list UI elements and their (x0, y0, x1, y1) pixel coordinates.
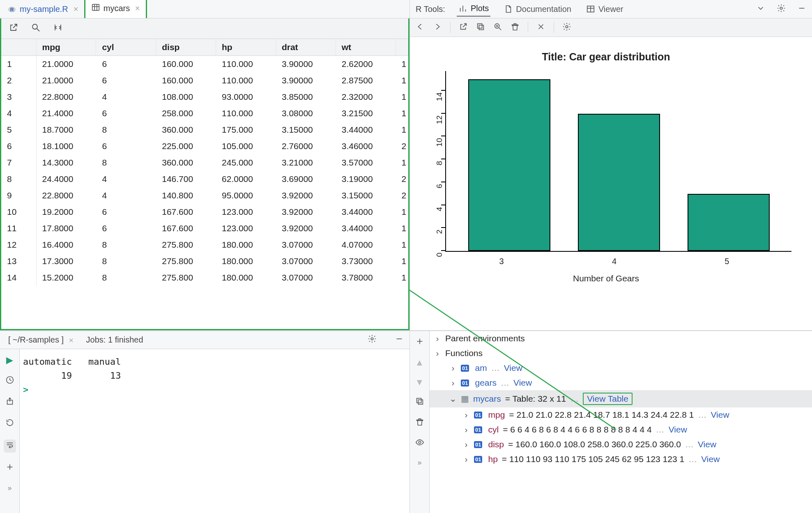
close-icon[interactable]: ✕ (73, 5, 78, 13)
popout-icon[interactable] (9, 23, 18, 35)
zoom-icon[interactable] (493, 22, 502, 33)
close-icon[interactable] (536, 22, 545, 33)
table-row[interactable]: 922.80004140.80095.00003.920003.150002 (1, 187, 408, 204)
column-header[interactable]: cyl (96, 39, 156, 56)
cell: 8 (96, 154, 156, 171)
forward-icon[interactable] (433, 22, 442, 33)
trash-icon[interactable] (511, 22, 520, 33)
env-functions[interactable]: ›Functions (430, 346, 812, 361)
cell: 3.07000 (276, 253, 336, 269)
table-row[interactable]: 1415.20008275.800180.0003.070003.780001 (1, 269, 408, 286)
row-index: 4 (1, 105, 36, 122)
play-icon[interactable]: ▶ (6, 355, 13, 366)
gear-icon[interactable] (562, 22, 571, 33)
table-icon (586, 5, 595, 14)
chevron-down-icon[interactable] (756, 4, 765, 15)
table-row[interactable]: 221.00006160.000110.0003.900002.875001 (1, 72, 408, 89)
cell: 21.0000 (36, 56, 96, 73)
plot-area: Title: Car gear distribution 02468101214… (410, 37, 812, 330)
document-icon (504, 5, 513, 14)
pagination-icon[interactable] (53, 23, 63, 35)
more-icon[interactable]: » (7, 484, 12, 492)
data-grid[interactable]: mpgcyldisphpdratwt121.00006160.000110.00… (1, 39, 408, 329)
cell: 110.000 (216, 72, 276, 89)
cell: 95.0000 (216, 187, 276, 204)
y-tick-label: 12 (435, 115, 444, 124)
column-header[interactable] (1, 39, 36, 56)
restart-icon[interactable] (5, 418, 14, 430)
table-row[interactable]: 1019.20006167.600123.0003.920003.440001 (1, 204, 408, 220)
cell: 140.800 (156, 187, 216, 204)
column-header[interactable]: drat (276, 39, 336, 56)
table-row[interactable]: 121.00006160.000110.0003.900002.620001 (1, 56, 408, 73)
env-var-am[interactable]: ›01am … View (430, 361, 812, 375)
tab-my-sample[interactable]: R my-sample.R ✕ (2, 1, 84, 18)
tab-documentation[interactable]: Documentation (502, 2, 573, 16)
tab-jobs[interactable]: Jobs: 1 finished (86, 335, 143, 345)
cell: 19.2000 (36, 204, 96, 220)
plots-toolbar (410, 18, 812, 37)
cell: 3.19000 (336, 171, 396, 187)
table-row[interactable]: 618.10006225.000105.0002.760003.460002 (1, 138, 408, 154)
popout-icon[interactable] (459, 22, 468, 33)
environment-panel[interactable]: ›Parent environments›Functions›01am … Vi… (430, 331, 812, 513)
table-row[interactable]: 714.30008360.000245.0003.210003.570001 (1, 154, 408, 171)
env-var-gears[interactable]: ›01gears … View (430, 375, 812, 390)
env-col-hp[interactable]: ›01hp = 110 110 93 110 175 105 245 62 95… (430, 452, 812, 467)
search-icon[interactable] (31, 23, 41, 35)
tab-plots[interactable]: Plots (457, 1, 490, 17)
column-header[interactable]: wt (336, 39, 396, 56)
copy-icon[interactable] (476, 22, 485, 33)
y-tick-label: 4 (435, 207, 444, 212)
console-gutter: ▶ » (0, 349, 20, 513)
cell: 62.0000 (216, 171, 276, 187)
minimize-icon[interactable] (395, 334, 404, 345)
table-row[interactable]: 1117.80006167.600123.0003.920003.440001 (1, 220, 408, 237)
column-header[interactable]: hp (216, 39, 276, 56)
back-icon[interactable] (416, 22, 425, 33)
table-row[interactable]: 421.40006258.000110.0003.080003.215001 (1, 105, 408, 122)
minimize-icon[interactable] (797, 4, 806, 15)
row-index: 3 (1, 89, 36, 105)
cell: 3.73000 (336, 253, 396, 269)
tab-mycars[interactable]: mycars ✕ (84, 0, 147, 18)
table-row[interactable]: 322.80004108.00093.00003.850002.320001 (1, 89, 408, 105)
plus-icon[interactable] (415, 337, 424, 348)
bar-chart (445, 71, 791, 252)
table-row[interactable]: 824.40004146.70062.00003.690003.190002 (1, 171, 408, 187)
column-header[interactable] (396, 39, 408, 56)
close-icon[interactable]: ✕ (135, 5, 140, 12)
export-icon[interactable] (5, 397, 14, 408)
gear-icon[interactable] (777, 4, 786, 15)
r-file-icon: R (7, 5, 16, 14)
close-icon[interactable]: ✕ (69, 337, 74, 344)
svg-rect-39 (416, 398, 421, 403)
eye-icon[interactable] (415, 438, 424, 449)
env-col-mpg[interactable]: ›01mpg = 21.0 21.0 22.8 21.4 18.7 18.1 1… (430, 407, 812, 422)
history-icon[interactable] (5, 375, 14, 387)
copy-icon[interactable] (415, 397, 424, 408)
soft-wrap-icon[interactable] (4, 439, 16, 453)
triangle-up-icon[interactable]: ▲ (415, 357, 424, 368)
trash-icon[interactable] (415, 417, 424, 429)
column-header[interactable]: disp (156, 39, 216, 56)
console-output[interactable]: automatic manual 19 13 > (20, 349, 409, 513)
cell: 21.0000 (36, 72, 96, 89)
table-row[interactable]: 1216.40008275.800180.0003.070004.070001 (1, 237, 408, 253)
tab-console[interactable]: [ ~/R-samples ] ✕ (8, 335, 74, 345)
env-col-cyl[interactable]: ›01cyl = 6 6 4 6 8 6 8 4 4 6 6 8 8 8 8 8… (430, 422, 812, 437)
gear-icon[interactable] (368, 334, 377, 345)
column-header[interactable]: mpg (36, 39, 96, 56)
env-parent-environments[interactable]: ›Parent environments (430, 331, 812, 346)
env-col-disp[interactable]: ›01disp = 160.0 160.0 108.0 258.0 360.0 … (430, 437, 812, 452)
table-row[interactable]: 518.70008360.000175.0003.150003.440001 (1, 122, 408, 138)
more-icon[interactable]: » (417, 458, 421, 467)
tab-viewer[interactable]: Viewer (584, 2, 625, 16)
env-var-mycars[interactable]: ⌄▦ mycars = Table: 32 x 11 … View Table (430, 390, 812, 407)
x-axis-label: Number of Gears (573, 274, 639, 283)
table-row[interactable]: 1317.30008275.800180.0003.070003.730001 (1, 253, 408, 269)
plus-icon[interactable] (5, 462, 14, 474)
cell: 8 (96, 269, 156, 286)
tab-label: mycars (104, 4, 130, 13)
triangle-down-icon[interactable]: ▼ (415, 377, 424, 388)
